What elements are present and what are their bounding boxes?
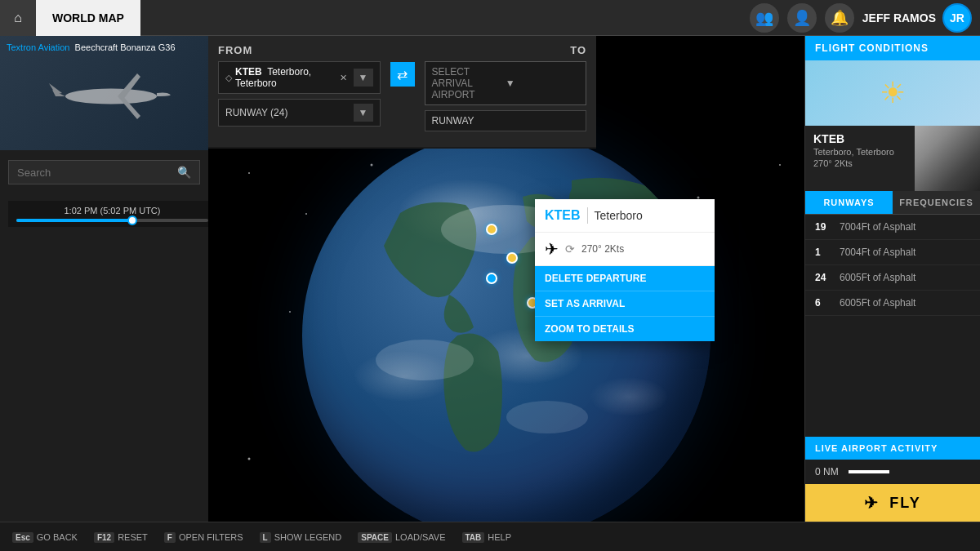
search-input[interactable]: [17, 167, 177, 179]
runway-item[interactable]: 246005Ft of Asphalt: [805, 265, 980, 291]
flight-conditions-header: FLIGHT CONDITIONS: [805, 36, 980, 60]
runway-item[interactable]: 17004Ft of Asphalt: [805, 240, 980, 265]
sun-icon: ☀: [880, 76, 906, 110]
tab-runways[interactable]: RUNWAYS: [805, 191, 893, 214]
zoom-details-button[interactable]: ZOOM TO DETAILS: [535, 317, 715, 341]
arrival-placeholder: SELECT ARRIVAL AIRPORT: [432, 66, 506, 100]
delete-departure-button[interactable]: DELETE DEPARTURE: [535, 266, 715, 291]
departure-runway-text: RUNWAY (24): [225, 107, 354, 118]
worldmap-tab[interactable]: WORLD MAP: [36, 0, 140, 36]
airport-waypoint-icon: ◇: [225, 73, 232, 83]
svg-point-21: [506, 401, 588, 433]
profile-icon: 👤: [793, 9, 811, 27]
aircraft-brand: Textron Aviation: [7, 42, 69, 52]
aircraft-svg: [31, 60, 178, 126]
popup-actions: DELETE DEPARTURE SET AS ARRIVAL ZOOM TO …: [535, 266, 715, 341]
aircraft-panel: Textron Aviation Beechcraft Bonanza G36: [0, 36, 208, 150]
airport-popup: KTEB Teterboro ✈ ⟳ 270° 2Kts DELETE DEPA…: [535, 199, 715, 341]
bottom-bar: EscGO BACKF12RESETFOPEN FILTERSLSHOW LEG…: [0, 522, 980, 551]
search-bar: 🔍: [8, 160, 200, 184]
airport-marker-2[interactable]: [506, 252, 518, 264]
svg-point-14: [248, 458, 251, 460]
bottom-action-label: GO BACK: [37, 532, 78, 542]
aircraft-image: [0, 36, 208, 150]
bottom-action-label: LOAD/SAVE: [395, 532, 446, 542]
popup-wind: 270° 2Kts: [581, 243, 624, 255]
bottom-help[interactable]: TABHELP: [462, 532, 512, 542]
nm-scale: [849, 470, 889, 473]
runway-description: 6005Ft of Asphalt: [840, 272, 970, 283]
departure-airport-row: ◇ KTEB Teterboro, Teterboro ✕ ▼: [218, 61, 381, 94]
time-slider-thumb[interactable]: [127, 216, 137, 225]
popup-plane-icon: ✈: [545, 239, 559, 259]
departure-airport-text: KTEB Teterboro, Teterboro: [235, 66, 336, 89]
notification-button[interactable]: 🔔: [825, 3, 854, 33]
airport-info-code: KTEB: [813, 132, 906, 145]
airport-marker-3[interactable]: [486, 273, 497, 284]
arrival-runway-text: RUNWAY: [432, 115, 580, 127]
arrival-runway-row: RUNWAY: [425, 110, 587, 131]
clear-departure-button[interactable]: ✕: [340, 73, 347, 83]
runway-number: 24: [815, 272, 840, 283]
popup-header: KTEB Teterboro: [535, 199, 715, 233]
right-panel: FLIGHT CONDITIONS ☀ KTEB Teterboro, Tete…: [804, 36, 980, 522]
airport-info-location: Teterboro, Teterboro: [813, 147, 906, 157]
svg-point-12: [289, 311, 291, 313]
popup-wind-icon: ⟳: [565, 242, 575, 256]
home-button[interactable]: ⌂: [0, 0, 36, 36]
bottom-action-label: HELP: [488, 532, 511, 542]
bottom-action-label: SHOW LEGEND: [274, 532, 342, 542]
swap-icon: ⇄: [397, 67, 408, 82]
user-menu[interactable]: JEFF RAMOS JR: [862, 3, 972, 33]
topbar: ⌂ WORLD MAP 👥 👤 🔔 JEFF RAMOS JR: [0, 0, 980, 36]
departure-dropdown[interactable]: ▼: [354, 69, 373, 87]
bottom-go-back[interactable]: EscGO BACK: [12, 532, 78, 542]
search-icon[interactable]: 🔍: [177, 166, 191, 179]
people-icon: 👥: [755, 9, 773, 27]
airport-thumb-img: [915, 126, 980, 191]
tab-frequencies[interactable]: FREQUENCIES: [893, 191, 980, 214]
to-section: TO SELECT ARRIVAL AIRPORT ▼ RUNWAY: [415, 36, 597, 147]
weather-display: ☀: [805, 60, 980, 126]
runway-number: 1: [815, 247, 840, 258]
runway-list: 197004Ft of Asphalt17004Ft of Asphalt246…: [805, 215, 980, 437]
runway-item[interactable]: 197004Ft of Asphalt: [805, 215, 980, 240]
nm-distance: 0 NM: [815, 466, 839, 478]
runway-number: 19: [815, 221, 840, 233]
aircraft-model: Beechcraft Bonanza G36: [75, 42, 176, 52]
arrival-dropdown[interactable]: ▼: [506, 78, 579, 89]
world-map[interactable]: FROM ◇ KTEB Teterboro, Teterboro ✕ ▼ RUN…: [208, 36, 804, 522]
set-arrival-button[interactable]: SET AS ARRIVAL: [535, 291, 715, 317]
runway-tabs: RUNWAYS FREQUENCIES: [805, 191, 980, 215]
svg-point-8: [779, 164, 781, 166]
to-label: TO: [425, 44, 587, 56]
arrival-airport-row[interactable]: SELECT ARRIVAL AIRPORT ▼: [425, 61, 587, 105]
bottom-key: F12: [94, 532, 114, 543]
home-icon: ⌂: [14, 11, 22, 25]
topbar-icons: 👥 👤 🔔 JEFF RAMOS JR: [750, 3, 980, 33]
time-slider-track: [16, 219, 208, 222]
from-section: FROM ◇ KTEB Teterboro, Teterboro ✕ ▼ RUN…: [208, 36, 390, 147]
airport-marker-1[interactable]: [486, 224, 497, 235]
bottom-show-legend[interactable]: LSHOW LEGEND: [260, 532, 342, 542]
runway-item[interactable]: 66005Ft of Asphalt: [805, 291, 980, 316]
runway-description: 7004Ft of Asphalt: [840, 221, 970, 233]
runway-dropdown[interactable]: ▼: [354, 104, 373, 122]
worldmap-label: WORLD MAP: [52, 11, 124, 24]
svg-point-2: [248, 172, 250, 174]
swap-airports-button[interactable]: ⇄: [390, 62, 415, 87]
globe-container[interactable]: [208, 149, 804, 522]
user-avatar: JR: [942, 3, 972, 33]
bottom-open-filters[interactable]: FOPEN FILTERS: [164, 532, 243, 542]
people-button[interactable]: 👥: [750, 3, 779, 33]
fly-plane-icon: ✈: [864, 493, 880, 513]
departure-runway-row: RUNWAY (24) ▼: [218, 99, 381, 127]
live-activity-header: LIVE AIRPORT ACTIVITY: [805, 437, 980, 460]
runway-number: 6: [815, 297, 840, 309]
bottom-reset[interactable]: F12RESET: [94, 532, 148, 542]
bottom-load/save[interactable]: SPACELOAD/SAVE: [358, 532, 445, 542]
popup-code: KTEB: [545, 208, 581, 223]
fly-button[interactable]: ✈ FLY: [805, 484, 980, 522]
bottom-key: F: [164, 532, 176, 543]
profile-button[interactable]: 👤: [787, 3, 817, 33]
